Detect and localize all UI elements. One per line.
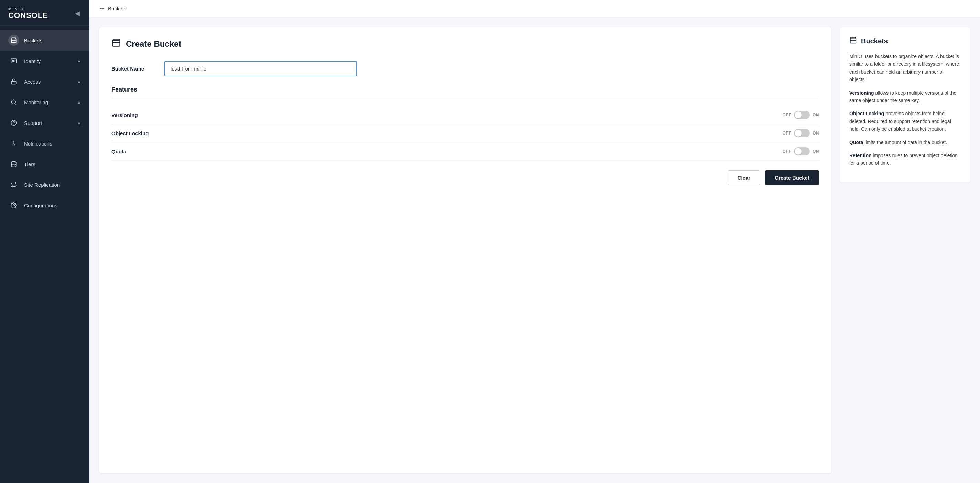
svg-rect-11 [113, 41, 120, 46]
bucket-name-input[interactable] [164, 61, 357, 77]
versioning-row: Versioning OFF ON [111, 106, 819, 124]
svg-point-5 [11, 100, 16, 104]
sidebar-item-site-replication[interactable]: Site Replication [0, 174, 89, 195]
support-icon [8, 117, 19, 128]
object-locking-row: Object Locking OFF ON [111, 124, 819, 142]
object-locking-on-label: ON [813, 131, 819, 135]
sidebar-item-access[interactable]: Access ▲ [0, 71, 89, 92]
versioning-label: Versioning [111, 112, 783, 118]
configurations-icon [8, 200, 19, 211]
info-quota-text: Quota limits the amount of data in the b… [850, 139, 961, 146]
support-chevron-icon: ▲ [77, 120, 81, 125]
sidebar-label-notifications: Notifications [24, 141, 52, 147]
bucket-name-label: Bucket Name [111, 66, 156, 72]
info-intro-text: MinIO uses buckets to organize objects. … [850, 53, 961, 84]
site-replication-icon [8, 179, 19, 190]
create-bucket-icon [111, 38, 121, 50]
sidebar-item-monitoring[interactable]: Monitoring ▲ [0, 92, 89, 113]
sidebar-label-buckets: Buckets [24, 38, 42, 43]
versioning-toggle-container: OFF ON [783, 111, 819, 119]
features-title: Features [111, 86, 819, 93]
info-versioning-bold: Versioning [850, 90, 874, 96]
info-object-locking-text: Object Locking prevents objects from bei… [850, 110, 961, 133]
button-row: Clear Create Bucket [111, 170, 819, 185]
info-bucket-icon [850, 37, 857, 46]
sidebar-label-access: Access [24, 79, 41, 84]
content-area: Create Bucket Bucket Name Features Versi… [89, 17, 980, 483]
info-retention-text: Retention imposes rules to prevent objec… [850, 152, 961, 167]
svg-point-9 [11, 162, 16, 163]
clear-button[interactable]: Clear [728, 170, 760, 185]
sidebar: MIN|O CONSOLE ◀ Buckets [0, 0, 89, 483]
info-versioning-text: Versioning allows to keep multiple versi… [850, 89, 961, 105]
object-locking-knob [795, 130, 802, 137]
versioning-on-label: ON [813, 113, 819, 117]
bucket-name-row: Bucket Name [111, 61, 819, 77]
object-locking-label: Object Locking [111, 131, 783, 136]
sidebar-item-tiers[interactable]: Tiers [0, 154, 89, 174]
logo-area: MIN|O CONSOLE [8, 7, 48, 20]
sidebar-item-support[interactable]: Support ▲ [0, 113, 89, 133]
logo-console: CONSOLE [8, 11, 48, 20]
sidebar-label-site-replication: Site Replication [24, 182, 60, 188]
identity-icon [8, 56, 19, 66]
versioning-toggle[interactable] [794, 111, 810, 119]
quota-on-label: ON [813, 149, 819, 154]
info-retention-bold: Retention [850, 153, 872, 158]
quota-label: Quota [111, 148, 783, 155]
identity-chevron-icon: ▲ [77, 59, 81, 63]
sidebar-label-monitoring: Monitoring [24, 99, 48, 105]
back-arrow-icon: ← [99, 5, 105, 12]
access-chevron-icon: ▲ [77, 79, 81, 84]
collapse-sidebar-button[interactable]: ◀ [73, 8, 81, 19]
sidebar-item-notifications[interactable]: λ Notifications [0, 133, 89, 154]
quota-off-label: OFF [783, 149, 792, 154]
main-content: ← Buckets Create Bucket Bucket Name [89, 0, 980, 483]
access-icon [8, 76, 19, 87]
svg-rect-0 [11, 39, 16, 43]
sidebar-label-configurations: Configurations [24, 202, 57, 209]
sidebar-label-tiers: Tiers [24, 161, 35, 167]
quota-toggle[interactable] [794, 147, 810, 156]
object-locking-off-label: OFF [783, 131, 792, 135]
topbar: ← Buckets [89, 0, 980, 17]
sidebar-nav: Buckets Identity ▲ Access ▲ [0, 26, 89, 483]
quota-knob [795, 148, 802, 155]
sidebar-label-support: Support [24, 120, 42, 126]
svg-point-3 [13, 60, 14, 62]
sidebar-item-identity[interactable]: Identity ▲ [0, 51, 89, 71]
info-panel-title: Buckets [861, 37, 888, 45]
create-bucket-button[interactable]: Create Bucket [765, 170, 819, 185]
svg-rect-13 [850, 38, 856, 43]
versioning-knob [795, 112, 802, 118]
object-locking-toggle-container: OFF ON [783, 129, 819, 137]
sidebar-item-configurations[interactable]: Configurations [0, 195, 89, 216]
create-bucket-title: Create Bucket [126, 39, 181, 49]
sidebar-item-buckets[interactable]: Buckets [0, 30, 89, 51]
quota-row: Quota OFF ON [111, 142, 819, 161]
info-quota-bold: Quota [850, 140, 863, 145]
info-panel: Buckets MinIO uses buckets to organize o… [840, 27, 970, 182]
buckets-icon [8, 35, 19, 46]
features-divider [111, 99, 819, 99]
info-title-row: Buckets [850, 37, 961, 46]
monitoring-icon [8, 97, 19, 108]
card-title-row: Create Bucket [111, 38, 819, 50]
create-bucket-card: Create Bucket Bucket Name Features Versi… [99, 27, 832, 473]
tiers-icon [8, 159, 19, 170]
svg-line-6 [15, 103, 16, 104]
svg-rect-4 [11, 81, 16, 84]
breadcrumb-label: Buckets [108, 5, 126, 11]
info-object-locking-bold: Object Locking [850, 111, 884, 116]
monitoring-chevron-icon: ▲ [77, 100, 81, 105]
object-locking-toggle[interactable] [794, 129, 810, 137]
svg-point-10 [13, 205, 15, 206]
notifications-icon: λ [8, 138, 19, 149]
sidebar-label-identity: Identity [24, 58, 41, 64]
sidebar-header: MIN|O CONSOLE ◀ [0, 0, 89, 26]
back-to-buckets-link[interactable]: ← Buckets [99, 5, 126, 12]
info-quota-desc: limits the amount of data in the bucket. [864, 140, 947, 145]
logo-minio: MIN|O [8, 7, 48, 11]
quota-toggle-container: OFF ON [783, 147, 819, 156]
versioning-off-label: OFF [783, 113, 792, 117]
